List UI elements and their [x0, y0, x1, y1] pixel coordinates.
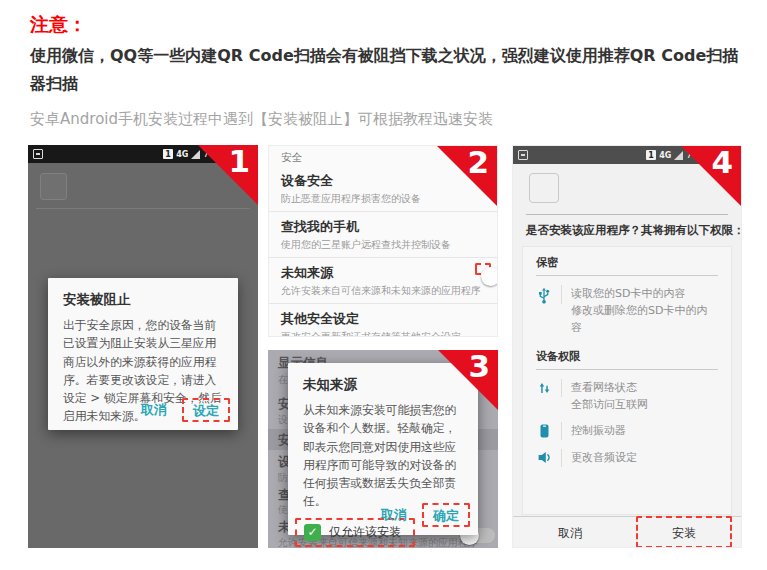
- settings-item-find-my-phone[interactable]: 查找我的手机 使用您的三星账户远程查找并控制设备: [269, 211, 497, 257]
- screenshot-panel-2: 安全 设备安全 防止恶意应用程序损害您的设备 查找我的手机 使用您的三星账户远程…: [268, 145, 498, 337]
- permission-text: 更改音频设定: [571, 449, 637, 466]
- install-question: 是否安装该应用程序？其将拥有以下权限：: [526, 223, 742, 238]
- permission-text: 查看网络状态: [571, 379, 648, 396]
- notice-label: 注意：: [30, 12, 87, 38]
- usb-storage-icon: [536, 285, 562, 304]
- allow-once-checkbox[interactable]: ✓: [304, 524, 321, 541]
- tutorial-page: 注意： 使用微信，QQ等一些内建QR Code扫描会有被阻挡下载之状况，强烈建议…: [0, 0, 767, 570]
- settings-item-title: 其他安全设定: [281, 310, 485, 328]
- cancel-button[interactable]: 取消: [372, 503, 416, 527]
- dimmed-list-text: 设: [278, 413, 288, 427]
- permission-row-vibrate: 控制振动器: [536, 422, 718, 440]
- notification-badge: 1: [646, 150, 656, 160]
- step-number: 3: [468, 350, 490, 385]
- divider: [526, 214, 728, 215]
- permission-row-storage: 读取您的SD卡中的内容 修改或删除您的SD卡中的内容: [536, 285, 718, 336]
- permission-text: 读取您的SD卡中的内容: [571, 285, 718, 302]
- network-type-label: 4G: [176, 150, 188, 159]
- screenshot-panel-3: 显示信息 在 安 设 安 设 防 查 使 未 允许安装来自可信来源和未知来源的应…: [268, 350, 498, 548]
- dimmed-list-text: 防: [278, 471, 288, 485]
- permission-text: 全部访问互联网: [571, 396, 648, 413]
- permission-text: 修改或删除您的SD卡中的内容: [571, 302, 718, 336]
- unknown-sources-toggle-highlight: [475, 263, 491, 275]
- settings-item-subtitle: 更改安全更新和证书存储等其他安全设定: [281, 330, 485, 337]
- cancel-button[interactable]: 取消: [558, 526, 582, 540]
- install-action-bar: 取消 安装: [513, 516, 741, 547]
- permission-section-heading: 设备权限: [536, 349, 718, 370]
- notice-body: 使用微信，QQ等一些内建QR Code扫描会有被阻挡下载之状况，强烈建议使用推荐…: [30, 42, 744, 98]
- settings-item-subtitle: 允许安装来自可信来源和未知来源的应用程序: [281, 284, 485, 298]
- app-icon-placeholder: [529, 173, 559, 203]
- step-number: 4: [711, 145, 733, 181]
- screenshot-icon: [518, 150, 528, 160]
- audio-icon: [536, 449, 562, 467]
- install-blocked-dialog: 安装被阻止 出于安全原因，您的设备当前已设置为阻止安装从三星应用商店以外的来源获…: [48, 278, 238, 430]
- permission-section-heading: 保密: [536, 255, 718, 276]
- settings-item-unknown-sources[interactable]: 未知来源 允许安装来自可信来源和未知来源的应用程序: [269, 257, 497, 303]
- settings-item-title: 未知来源: [281, 264, 485, 282]
- notification-badge: 1: [163, 149, 173, 159]
- settings-item-title: 查找我的手机: [281, 218, 485, 236]
- step-number: 2: [467, 145, 489, 181]
- vibrate-icon: [536, 422, 562, 440]
- screenshot-panel-1: 1 4G 7 1 安装被阻止 出于安全原因，您的设备当前已设置为阻止安装从三星应…: [28, 145, 258, 548]
- permission-row-audio: 更改音频设定: [536, 449, 718, 467]
- divider: [36, 208, 250, 209]
- settings-item-other-security[interactable]: 其他安全设定 更改安全更新和证书存储等其他安全设定: [269, 303, 497, 337]
- dimmed-list-text: 在: [278, 373, 288, 387]
- tutorial-subtitle: 安卓Android手机安装过程中遇到【安装被阻止】可根据教程迅速安装: [30, 110, 493, 129]
- screenshot-panel-4: 1 4G 7 4 是否安装该应用程序？其将拥有以下权限： 保密: [512, 145, 742, 548]
- permissions-list: 保密 读取您的SD卡中的内容 修改或删除您的SD卡中的内容: [522, 246, 732, 515]
- permission-row-network: 查看网络状态 全部访问互联网: [536, 379, 718, 413]
- screenshot-icon: [33, 149, 43, 159]
- screenshot-panel-column-2: 安全 设备安全 防止恶意应用程序损害您的设备 查找我的手机 使用您的三星账户远程…: [268, 145, 498, 548]
- dialog-title: 安装被阻止: [48, 278, 238, 316]
- permission-text: 控制振动器: [571, 422, 626, 439]
- confirm-button[interactable]: 确定: [424, 505, 468, 526]
- app-icon-placeholder: [40, 173, 67, 200]
- install-button[interactable]: 安装: [672, 526, 696, 540]
- step-number: 1: [228, 145, 250, 180]
- dialog-body: 从未知来源安装可能损害您的设备和个人数据。轻敲确定，即表示您同意对因使用这些应用…: [288, 401, 478, 511]
- network-type-label: 4G: [659, 151, 671, 160]
- cancel-button[interactable]: 取消: [132, 398, 176, 422]
- settings-button[interactable]: 设定: [184, 400, 228, 421]
- dimmed-list-text: 使: [278, 503, 288, 517]
- network-arrows-icon: [536, 379, 562, 397]
- settings-item-subtitle: 使用您的三星账户远程查找并控制设备: [281, 238, 485, 252]
